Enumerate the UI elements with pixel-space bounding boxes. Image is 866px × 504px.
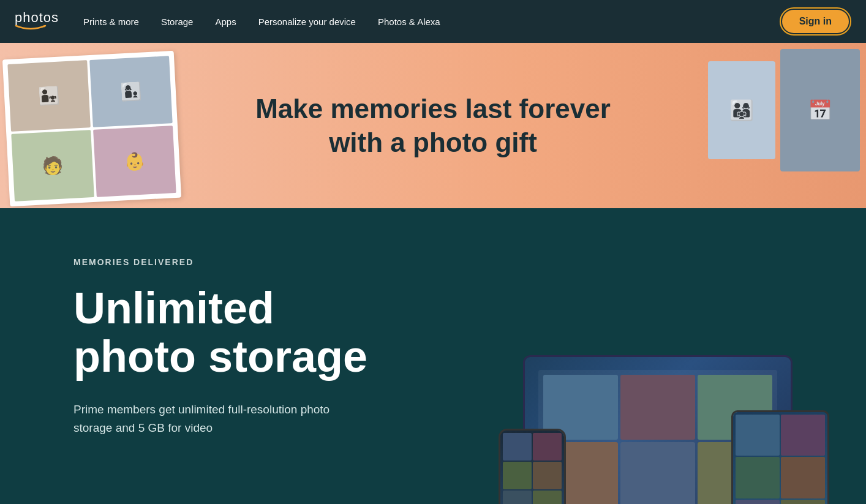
hero-banner: 👨‍👧 👩‍👦 🧑 👶 Make memories last forever w… (0, 43, 866, 208)
tablet-photo-2 (781, 415, 825, 456)
phone-photo-5 (503, 491, 532, 504)
phone-photo-1 (503, 433, 532, 461)
signin-button-wrapper: Sign in (780, 7, 851, 36)
banner-title-line2: with a photo gift (255, 126, 611, 159)
nav-link-prints[interactable]: Prints & more (83, 17, 139, 27)
phone-photo-6 (533, 491, 562, 504)
banner-content: Make memories last forever with a photo … (255, 92, 611, 159)
phone-photo-2 (533, 433, 562, 461)
tablet-mockup (731, 410, 829, 504)
device-mockup-area (486, 318, 829, 504)
tablet-photo-4 (781, 457, 825, 498)
main-heading: Unlimited photo storage (73, 284, 367, 381)
photo-icon-4: 👶 (93, 126, 176, 197)
main-description: Prime members get unlimited full-resolut… (73, 401, 367, 437)
signin-button[interactable]: Sign in (782, 10, 849, 33)
tablet-photo-6 (781, 500, 825, 504)
main-text-block: MEMORIES DELIVERED Unlimited photo stora… (73, 257, 367, 437)
photo-icon-2: 👩‍👦 (89, 56, 173, 127)
banner-right-photo-1: 👨‍👩‍👧 (708, 61, 775, 159)
tablet-photo-1 (736, 415, 780, 456)
tablet-screen (733, 412, 827, 504)
banner-right-photo-2: 📅 (780, 49, 860, 171)
banner-title: Make memories last forever with a photo … (255, 92, 611, 159)
banner-right-decoration: 👨‍👩‍👧 📅 (695, 43, 866, 208)
photo-book-cell-4: 👶 (93, 126, 176, 197)
nav-link-storage[interactable]: Storage (161, 17, 194, 27)
phone-screen (500, 431, 564, 504)
tablet-photo-5 (736, 500, 780, 504)
photo-book-cell-2: 👩‍👦 (89, 56, 173, 127)
photo-book: 👨‍👧 👩‍👦 🧑 👶 (2, 51, 181, 206)
nav-links: Prints & more Storage Apps Personalize y… (83, 17, 780, 27)
laptop-photo-2 (620, 375, 695, 440)
nav-link-apps[interactable]: Apps (215, 17, 236, 27)
tablet-photo-3 (736, 457, 780, 498)
main-eyebrow: MEMORIES DELIVERED (73, 257, 367, 267)
banner-left-decoration: 👨‍👧 👩‍👦 🧑 👶 (0, 43, 196, 208)
main-section: MEMORIES DELIVERED Unlimited photo stora… (0, 208, 866, 504)
nav-link-photos-alexa[interactable]: Photos & Alexa (378, 17, 440, 27)
banner-title-line1: Make memories last forever (255, 92, 611, 126)
photo-icon-1: 👨‍👧 (7, 60, 91, 132)
nav-link-personalize[interactable]: Personalize your device (258, 17, 356, 27)
phone-photo-4 (533, 462, 562, 489)
main-heading-line2: photo storage (73, 333, 367, 381)
photo-icon-3: 🧑 (11, 130, 94, 201)
photo-book-grid: 👨‍👧 👩‍👦 🧑 👶 (7, 56, 176, 201)
logo[interactable]: photos (15, 10, 59, 34)
phone-mockup (499, 429, 566, 504)
logo-smile (15, 23, 47, 34)
photo-book-cell-1: 👨‍👧 (7, 60, 91, 132)
main-heading-line1: Unlimited (73, 284, 367, 333)
photo-book-cell-3: 🧑 (11, 130, 94, 201)
navbar: photos Prints & more Storage Apps Person… (0, 0, 866, 43)
phone-photo-3 (503, 462, 532, 489)
laptop-photo-5 (620, 442, 695, 504)
